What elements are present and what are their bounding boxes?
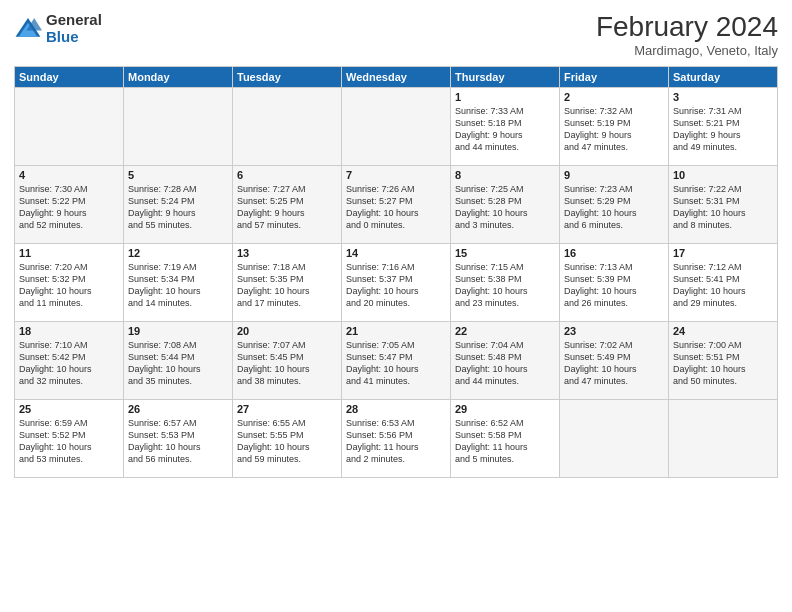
day-info: Sunrise: 7:33 AM Sunset: 5:18 PM Dayligh… bbox=[455, 105, 555, 154]
col-wednesday: Wednesday bbox=[342, 66, 451, 87]
day-info: Sunrise: 6:53 AM Sunset: 5:56 PM Dayligh… bbox=[346, 417, 446, 466]
col-friday: Friday bbox=[560, 66, 669, 87]
day-info: Sunrise: 7:26 AM Sunset: 5:27 PM Dayligh… bbox=[346, 183, 446, 232]
calendar-cell bbox=[342, 87, 451, 165]
day-info: Sunrise: 7:16 AM Sunset: 5:37 PM Dayligh… bbox=[346, 261, 446, 310]
calendar-cell: 25Sunrise: 6:59 AM Sunset: 5:52 PM Dayli… bbox=[15, 399, 124, 477]
calendar-week-4: 18Sunrise: 7:10 AM Sunset: 5:42 PM Dayli… bbox=[15, 321, 778, 399]
day-number: 6 bbox=[237, 169, 337, 181]
day-number: 11 bbox=[19, 247, 119, 259]
calendar-cell: 27Sunrise: 6:55 AM Sunset: 5:55 PM Dayli… bbox=[233, 399, 342, 477]
day-info: Sunrise: 7:08 AM Sunset: 5:44 PM Dayligh… bbox=[128, 339, 228, 388]
day-number: 17 bbox=[673, 247, 773, 259]
day-number: 19 bbox=[128, 325, 228, 337]
calendar-cell: 23Sunrise: 7:02 AM Sunset: 5:49 PM Dayli… bbox=[560, 321, 669, 399]
day-info: Sunrise: 6:52 AM Sunset: 5:58 PM Dayligh… bbox=[455, 417, 555, 466]
calendar-cell: 11Sunrise: 7:20 AM Sunset: 5:32 PM Dayli… bbox=[15, 243, 124, 321]
day-info: Sunrise: 7:13 AM Sunset: 5:39 PM Dayligh… bbox=[564, 261, 664, 310]
calendar-cell bbox=[233, 87, 342, 165]
day-info: Sunrise: 7:25 AM Sunset: 5:28 PM Dayligh… bbox=[455, 183, 555, 232]
calendar-cell bbox=[124, 87, 233, 165]
day-number: 13 bbox=[237, 247, 337, 259]
calendar-cell: 4Sunrise: 7:30 AM Sunset: 5:22 PM Daylig… bbox=[15, 165, 124, 243]
title-block: February 2024 Mardimago, Veneto, Italy bbox=[596, 12, 778, 58]
day-info: Sunrise: 7:27 AM Sunset: 5:25 PM Dayligh… bbox=[237, 183, 337, 232]
header-row: Sunday Monday Tuesday Wednesday Thursday… bbox=[15, 66, 778, 87]
calendar-cell: 26Sunrise: 6:57 AM Sunset: 5:53 PM Dayli… bbox=[124, 399, 233, 477]
day-info: Sunrise: 7:00 AM Sunset: 5:51 PM Dayligh… bbox=[673, 339, 773, 388]
calendar-cell bbox=[669, 399, 778, 477]
calendar-cell: 17Sunrise: 7:12 AM Sunset: 5:41 PM Dayli… bbox=[669, 243, 778, 321]
day-number: 12 bbox=[128, 247, 228, 259]
day-info: Sunrise: 7:30 AM Sunset: 5:22 PM Dayligh… bbox=[19, 183, 119, 232]
calendar-cell: 16Sunrise: 7:13 AM Sunset: 5:39 PM Dayli… bbox=[560, 243, 669, 321]
day-number: 23 bbox=[564, 325, 664, 337]
day-info: Sunrise: 7:22 AM Sunset: 5:31 PM Dayligh… bbox=[673, 183, 773, 232]
day-info: Sunrise: 7:18 AM Sunset: 5:35 PM Dayligh… bbox=[237, 261, 337, 310]
day-number: 15 bbox=[455, 247, 555, 259]
header: General Blue February 2024 Mardimago, Ve… bbox=[14, 12, 778, 58]
day-info: Sunrise: 6:55 AM Sunset: 5:55 PM Dayligh… bbox=[237, 417, 337, 466]
calendar-cell: 2Sunrise: 7:32 AM Sunset: 5:19 PM Daylig… bbox=[560, 87, 669, 165]
calendar-week-3: 11Sunrise: 7:20 AM Sunset: 5:32 PM Dayli… bbox=[15, 243, 778, 321]
day-info: Sunrise: 6:57 AM Sunset: 5:53 PM Dayligh… bbox=[128, 417, 228, 466]
day-info: Sunrise: 7:19 AM Sunset: 5:34 PM Dayligh… bbox=[128, 261, 228, 310]
calendar-cell: 28Sunrise: 6:53 AM Sunset: 5:56 PM Dayli… bbox=[342, 399, 451, 477]
calendar-cell: 3Sunrise: 7:31 AM Sunset: 5:21 PM Daylig… bbox=[669, 87, 778, 165]
logo-text-general: General Blue bbox=[46, 12, 102, 45]
calendar-cell: 29Sunrise: 6:52 AM Sunset: 5:58 PM Dayli… bbox=[451, 399, 560, 477]
day-info: Sunrise: 7:23 AM Sunset: 5:29 PM Dayligh… bbox=[564, 183, 664, 232]
day-info: Sunrise: 7:05 AM Sunset: 5:47 PM Dayligh… bbox=[346, 339, 446, 388]
calendar-week-5: 25Sunrise: 6:59 AM Sunset: 5:52 PM Dayli… bbox=[15, 399, 778, 477]
calendar-cell: 6Sunrise: 7:27 AM Sunset: 5:25 PM Daylig… bbox=[233, 165, 342, 243]
day-number: 27 bbox=[237, 403, 337, 415]
day-number: 5 bbox=[128, 169, 228, 181]
page: General Blue February 2024 Mardimago, Ve… bbox=[0, 0, 792, 612]
day-info: Sunrise: 7:07 AM Sunset: 5:45 PM Dayligh… bbox=[237, 339, 337, 388]
calendar-cell: 22Sunrise: 7:04 AM Sunset: 5:48 PM Dayli… bbox=[451, 321, 560, 399]
day-number: 1 bbox=[455, 91, 555, 103]
day-info: Sunrise: 7:04 AM Sunset: 5:48 PM Dayligh… bbox=[455, 339, 555, 388]
day-info: Sunrise: 7:28 AM Sunset: 5:24 PM Dayligh… bbox=[128, 183, 228, 232]
location-subtitle: Mardimago, Veneto, Italy bbox=[596, 43, 778, 58]
calendar-cell: 15Sunrise: 7:15 AM Sunset: 5:38 PM Dayli… bbox=[451, 243, 560, 321]
day-number: 10 bbox=[673, 169, 773, 181]
day-number: 28 bbox=[346, 403, 446, 415]
calendar-cell: 24Sunrise: 7:00 AM Sunset: 5:51 PM Dayli… bbox=[669, 321, 778, 399]
calendar-week-1: 1Sunrise: 7:33 AM Sunset: 5:18 PM Daylig… bbox=[15, 87, 778, 165]
day-number: 20 bbox=[237, 325, 337, 337]
day-number: 21 bbox=[346, 325, 446, 337]
day-info: Sunrise: 7:20 AM Sunset: 5:32 PM Dayligh… bbox=[19, 261, 119, 310]
day-info: Sunrise: 7:02 AM Sunset: 5:49 PM Dayligh… bbox=[564, 339, 664, 388]
day-info: Sunrise: 7:15 AM Sunset: 5:38 PM Dayligh… bbox=[455, 261, 555, 310]
col-sunday: Sunday bbox=[15, 66, 124, 87]
calendar-cell: 20Sunrise: 7:07 AM Sunset: 5:45 PM Dayli… bbox=[233, 321, 342, 399]
calendar-cell: 18Sunrise: 7:10 AM Sunset: 5:42 PM Dayli… bbox=[15, 321, 124, 399]
day-number: 3 bbox=[673, 91, 773, 103]
day-number: 25 bbox=[19, 403, 119, 415]
calendar-cell: 12Sunrise: 7:19 AM Sunset: 5:34 PM Dayli… bbox=[124, 243, 233, 321]
col-monday: Monday bbox=[124, 66, 233, 87]
day-number: 9 bbox=[564, 169, 664, 181]
day-number: 29 bbox=[455, 403, 555, 415]
calendar-cell: 13Sunrise: 7:18 AM Sunset: 5:35 PM Dayli… bbox=[233, 243, 342, 321]
day-number: 7 bbox=[346, 169, 446, 181]
logo: General Blue bbox=[14, 12, 102, 45]
calendar-table: Sunday Monday Tuesday Wednesday Thursday… bbox=[14, 66, 778, 478]
logo-icon bbox=[14, 15, 42, 43]
calendar-cell bbox=[560, 399, 669, 477]
calendar-week-2: 4Sunrise: 7:30 AM Sunset: 5:22 PM Daylig… bbox=[15, 165, 778, 243]
calendar-cell: 8Sunrise: 7:25 AM Sunset: 5:28 PM Daylig… bbox=[451, 165, 560, 243]
day-info: Sunrise: 7:12 AM Sunset: 5:41 PM Dayligh… bbox=[673, 261, 773, 310]
calendar-cell: 10Sunrise: 7:22 AM Sunset: 5:31 PM Dayli… bbox=[669, 165, 778, 243]
day-number: 14 bbox=[346, 247, 446, 259]
day-number: 2 bbox=[564, 91, 664, 103]
month-title: February 2024 bbox=[596, 12, 778, 43]
calendar-cell: 21Sunrise: 7:05 AM Sunset: 5:47 PM Dayli… bbox=[342, 321, 451, 399]
day-info: Sunrise: 7:32 AM Sunset: 5:19 PM Dayligh… bbox=[564, 105, 664, 154]
day-info: Sunrise: 7:31 AM Sunset: 5:21 PM Dayligh… bbox=[673, 105, 773, 154]
col-thursday: Thursday bbox=[451, 66, 560, 87]
day-number: 4 bbox=[19, 169, 119, 181]
calendar-cell bbox=[15, 87, 124, 165]
day-number: 24 bbox=[673, 325, 773, 337]
